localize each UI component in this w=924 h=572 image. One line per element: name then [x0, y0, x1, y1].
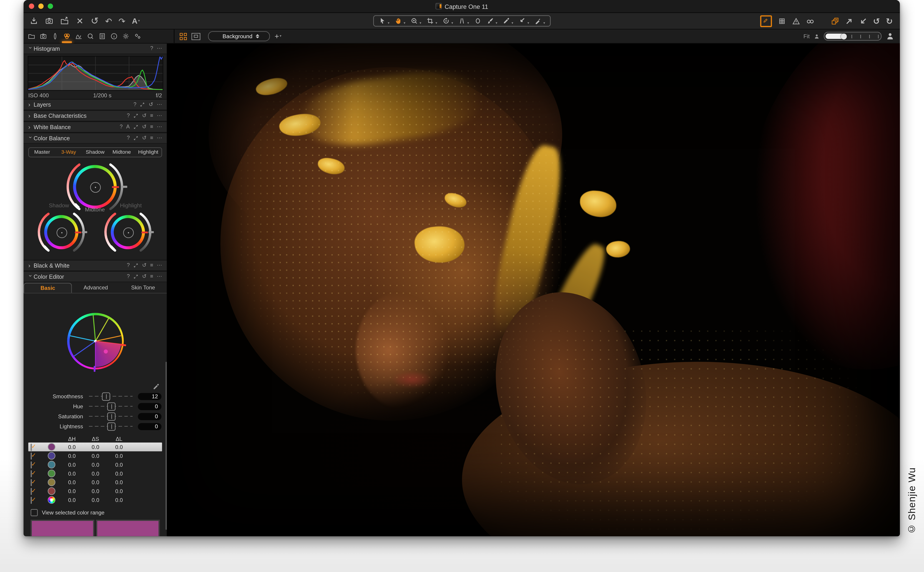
load-adjustments-icon[interactable]: [859, 17, 867, 25]
presets-icon[interactable]: ≡: [150, 113, 153, 118]
shadow-color-wheel[interactable]: [35, 206, 88, 259]
pan-tool[interactable]: ▾: [394, 17, 405, 25]
help-icon[interactable]: ?: [150, 46, 153, 51]
reset-icon[interactable]: ↺: [142, 135, 147, 141]
table-row[interactable]: ✓ 0.00.00.0: [28, 469, 162, 478]
copy-adjustments-icon[interactable]: [831, 17, 839, 25]
selected-color-wedge[interactable]: [70, 316, 121, 367]
row-checkbox[interactable]: ✓: [31, 470, 32, 477]
tab-basic[interactable]: Basic: [24, 283, 72, 293]
tab-library[interactable]: [27, 30, 36, 43]
zoom-window-button[interactable]: [48, 4, 53, 9]
tab-metadata[interactable]: [98, 30, 107, 43]
tab-settings[interactable]: [133, 30, 142, 43]
white-balance-header[interactable]: › White Balance ? A ↺ ≡ ⋯: [24, 121, 167, 132]
collapse-caret-icon[interactable]: ›: [28, 113, 33, 119]
zoom-out-person-icon[interactable]: [814, 33, 820, 39]
close-window-button[interactable]: [29, 4, 34, 9]
mask-arrow-tool[interactable]: ▾: [518, 17, 529, 25]
reset-icon[interactable]: ↺: [149, 102, 153, 107]
smoothness-slider[interactable]: [89, 392, 132, 400]
zoom-slider[interactable]: [824, 32, 882, 41]
collapse-caret-icon[interactable]: ›: [28, 47, 33, 51]
tab-info[interactable]: [110, 30, 118, 43]
more-icon[interactable]: ⋯: [157, 124, 162, 130]
spot-tool[interactable]: [474, 17, 481, 25]
loupe-glasses-icon[interactable]: [806, 17, 814, 25]
hue-slider[interactable]: [89, 403, 132, 410]
color-editor-header[interactable]: › Color Editor ? ↺ ≡ ⋯: [24, 271, 167, 282]
slider-value[interactable]: 0: [138, 413, 162, 420]
slider-handle[interactable]: [102, 392, 110, 401]
tab-highlight[interactable]: Highlight: [135, 148, 162, 157]
zoom-tool[interactable]: ▾: [410, 17, 421, 25]
annotate-tool-button[interactable]: A▾: [132, 17, 140, 25]
import-icon[interactable]: [30, 17, 39, 25]
add-layer-button[interactable]: +▾: [275, 33, 281, 40]
minimize-window-button[interactable]: [38, 4, 43, 9]
edit-photos-toggle[interactable]: [760, 15, 772, 27]
reset-icon[interactable]: ↺: [142, 113, 147, 118]
pick-color-eyedropper-icon[interactable]: [152, 383, 160, 391]
reset-icon[interactable]: ↺: [142, 263, 147, 268]
highlight-color-wheel[interactable]: [101, 206, 154, 259]
more-icon[interactable]: ⋯: [157, 135, 162, 141]
help-icon[interactable]: ?: [127, 274, 130, 279]
fit-label[interactable]: Fit: [803, 33, 810, 40]
table-row[interactable]: ✓ 0.00.00.0: [28, 478, 162, 487]
expand-panel-icon[interactable]: [133, 263, 138, 268]
tab-master[interactable]: Master: [29, 148, 56, 157]
table-row[interactable]: ✓ 0.00.00.0: [28, 496, 162, 505]
zoom-in-person-icon[interactable]: [885, 32, 894, 41]
rotate-tool[interactable]: ▾: [442, 17, 453, 25]
row-checkbox[interactable]: ✓: [31, 496, 32, 504]
wheel-target[interactable]: [123, 227, 134, 238]
more-icon[interactable]: ⋯: [157, 263, 162, 268]
undo-big-icon[interactable]: ↺: [91, 17, 99, 25]
presets-icon[interactable]: ≡: [150, 124, 153, 130]
help-icon[interactable]: ?: [127, 263, 130, 268]
more-icon[interactable]: ⋯: [157, 113, 162, 118]
range-tick-purple[interactable]: [94, 366, 95, 372]
presets-icon[interactable]: ≡: [150, 274, 153, 279]
tab-capture[interactable]: [39, 30, 48, 43]
collapse-caret-icon[interactable]: ›: [28, 275, 33, 280]
brush-tool[interactable]: ▾: [486, 17, 497, 25]
saturation-slider[interactable]: [89, 412, 132, 420]
help-icon[interactable]: ?: [134, 102, 137, 107]
auto-adjust-icon[interactable]: A: [126, 124, 130, 130]
presets-icon[interactable]: ≡: [150, 135, 153, 141]
more-icon[interactable]: ⋯: [157, 274, 162, 279]
row-checkbox[interactable]: ✓: [31, 443, 32, 450]
table-row[interactable]: ✓ 0.00.00.0: [28, 487, 162, 496]
row-checkbox[interactable]: ✓: [31, 452, 32, 459]
undo-icon[interactable]: ↶: [105, 17, 112, 25]
redo-icon[interactable]: ↷: [118, 17, 125, 25]
reset-icon[interactable]: ↺: [142, 124, 147, 130]
wheel-target[interactable]: [90, 182, 101, 193]
base-characteristics-header[interactable]: › Base Characteristics ? ↺ ≡ ⋯: [24, 110, 167, 121]
slider-value[interactable]: 0: [138, 403, 162, 410]
layer-selector-dropdown[interactable]: Background: [208, 31, 270, 41]
selected-color-dot[interactable]: [104, 350, 108, 353]
rotate-cw-button[interactable]: ↻: [886, 17, 893, 25]
expand-panel-icon[interactable]: [140, 102, 145, 107]
layers-header[interactable]: › Layers ? ↺ ⋯: [24, 99, 167, 110]
collapse-caret-icon[interactable]: ›: [28, 124, 33, 130]
tab-adjustments[interactable]: [121, 30, 130, 43]
lightness-slider[interactable]: [89, 423, 132, 430]
table-row[interactable]: ✓ 0.00.00.0: [28, 451, 162, 460]
tab-color[interactable]: [62, 30, 71, 43]
slider-handle[interactable]: [107, 412, 115, 421]
single-view-icon[interactable]: [191, 33, 200, 40]
view-range-checkbox[interactable]: [31, 509, 38, 516]
slider-handle[interactable]: [107, 403, 115, 410]
expand-panel-icon[interactable]: [133, 274, 138, 279]
capture-camera-icon[interactable]: [45, 17, 54, 25]
delete-icon[interactable]: [76, 17, 84, 25]
table-row[interactable]: ✓ 0.00.00.0: [28, 442, 162, 451]
image-viewer[interactable]: [167, 44, 900, 536]
slider-value[interactable]: 12: [138, 393, 162, 399]
black-white-header[interactable]: › Black & White ? ↺ ≡ ⋯: [24, 260, 167, 271]
tab-skin-tone[interactable]: Skin Tone: [120, 283, 167, 293]
